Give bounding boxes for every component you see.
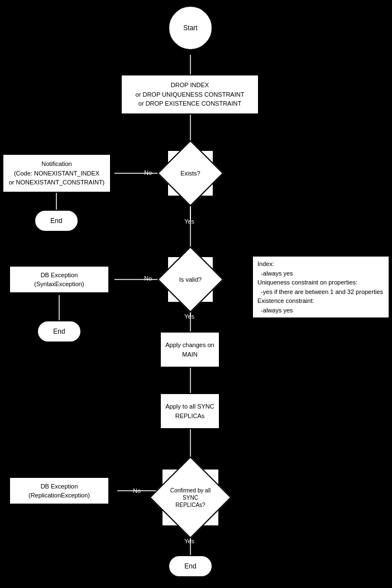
exists-label: Exists? [180, 169, 200, 177]
confirmed-no-label: No [133, 487, 141, 494]
note-line3: Uniqueness constraint on properties: [257, 279, 357, 286]
is-valid-label: Is valid? [179, 276, 202, 283]
exists-yes-label: Yes [184, 218, 194, 225]
exists-no-label: No [144, 169, 152, 176]
note-line6: -always yes [257, 307, 293, 314]
notification-box: Notification(Code: NONEXISTANT_INDEXor N… [2, 154, 111, 193]
isvalid-no-label: No [144, 275, 152, 282]
db-exception-replication-label: DB Exception(ReplicationException) [28, 482, 90, 500]
start-label: Start [183, 24, 197, 32]
end2-label: End [53, 328, 65, 335]
apply-main-label: Apply changes onMAIN [165, 340, 214, 359]
notification-label: Notification(Code: NONEXISTANT_INDEXor N… [9, 159, 105, 187]
note-line5: Existence constraint: [257, 297, 314, 304]
apply-main-box: Apply changes onMAIN [160, 331, 220, 368]
drop-command-box: DROP INDEXor DROP UNIQUENESS CONSTRAINTo… [121, 74, 259, 115]
is-valid-diamond: Is valid? [168, 257, 213, 302]
note-line2: -always yes [257, 270, 293, 277]
db-exception-syntax-label: DB Exception(SyntaxException) [34, 271, 84, 289]
exists-diamond: Exists? [168, 151, 213, 196]
db-exception-syntax-box: DB Exception(SyntaxException) [9, 265, 109, 293]
end1-label: End [50, 217, 62, 225]
flowchart-diagram: Start DROP INDEXor DROP UNIQUENESS CONST… [0, 0, 392, 588]
drop-command-label: DROP INDEXor DROP UNIQUENESS CONSTRAINTo… [136, 80, 245, 108]
db-exception-replication-box: DB Exception(ReplicationException) [9, 477, 109, 505]
end2-node: End [37, 320, 82, 343]
confirmed-label: Confirmed by all SYNCREPLICAs? [162, 487, 218, 509]
confirmed-yes-label: Yes [184, 538, 194, 544]
note-line1: Index: [257, 260, 274, 267]
apply-sync-box: Apply to all SYNCREPLICAs [160, 393, 220, 429]
confirmed-diamond: Confirmed by all SYNCREPLICAs? [162, 470, 218, 525]
is-valid-diamond-wrap: Is valid? [165, 254, 216, 305]
exists-diamond-wrap: Exists? [165, 148, 216, 198]
end3-label: End [184, 562, 196, 570]
apply-sync-label: Apply to all SYNCREPLICAs [165, 402, 214, 420]
isvalid-yes-label: Yes [184, 313, 194, 320]
confirmed-diamond-wrap: Confirmed by all SYNCREPLICAs? [160, 467, 221, 528]
validity-note: Index: -always yes Uniqueness constraint… [252, 256, 389, 318]
note-line4: -yes if there are between 1 and 32 prope… [257, 288, 383, 295]
end3-node: End [168, 555, 213, 577]
start-node: Start [168, 6, 213, 50]
end1-node: End [34, 210, 79, 232]
